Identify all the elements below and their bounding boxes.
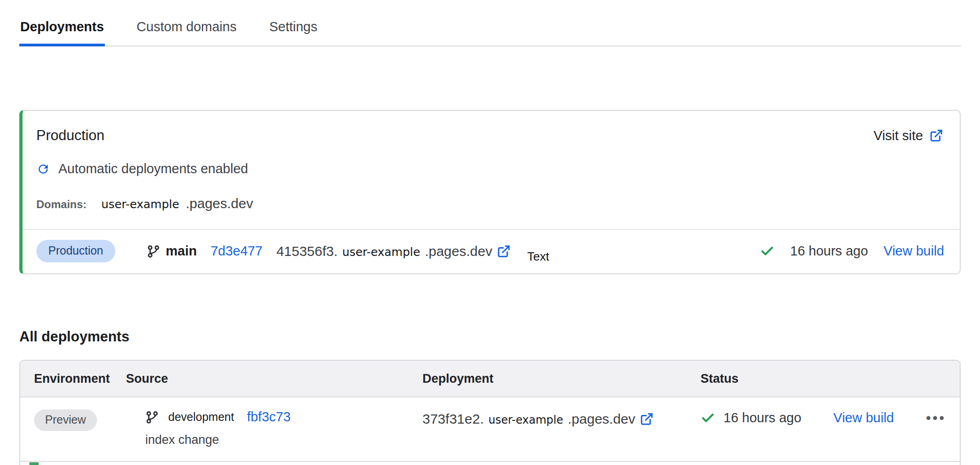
branch-name: development: [168, 410, 234, 424]
git-branch-icon: [145, 410, 159, 424]
source-cell: development fbf3c73 index change: [126, 409, 422, 447]
next-row-accent-bar: [29, 462, 39, 465]
branch-name: main: [166, 244, 197, 259]
deployment-time: 16 hours ago: [790, 244, 868, 259]
check-icon: [760, 244, 775, 259]
next-row-peek: [20, 462, 960, 465]
deployments-table: Environment Source Deployment Status Pre…: [19, 360, 961, 465]
column-header-environment: Environment: [34, 372, 126, 386]
check-icon: [701, 411, 715, 425]
view-build-link[interactable]: View build: [883, 244, 944, 259]
tab-settings[interactable]: Settings: [268, 12, 319, 45]
domain-name: user-example: [101, 198, 179, 211]
deployment-url-prefix: 415356f3.: [276, 244, 337, 259]
production-deployment-row: Production main 7d3e477 415356f3. user-e…: [23, 229, 960, 273]
view-build-link[interactable]: View build: [833, 410, 894, 425]
column-header-status: Status: [701, 372, 946, 386]
deployment-url-name: user-example: [488, 414, 563, 426]
environment-cell: Preview: [34, 409, 126, 431]
visit-site-link[interactable]: Visit site: [874, 128, 943, 143]
commit-message: index change: [145, 433, 422, 447]
environment-badge-preview: Preview: [34, 409, 97, 431]
tab-deployments[interactable]: Deployments: [19, 12, 105, 46]
commit-link[interactable]: 7d3e477: [211, 244, 262, 259]
all-deployments-title: All deployments: [19, 329, 980, 345]
deployment-url: 415356f3. user-example .pages.dev: [276, 244, 511, 259]
tab-custom-domains[interactable]: Custom domains: [136, 12, 238, 45]
external-link-icon[interactable]: [640, 412, 654, 426]
domains-label: Domains:: [36, 198, 86, 211]
table-row: Preview development fbf3c73 index change: [20, 397, 960, 462]
deployment-time: 16 hours ago: [724, 410, 801, 425]
tab-bar: Deployments Custom domains Settings: [19, 0, 961, 46]
production-card: Production Visit site Automatic deployme…: [19, 110, 961, 274]
refresh-icon: [36, 162, 50, 176]
production-card-title: Production: [36, 127, 104, 144]
external-link-icon: [929, 129, 943, 142]
deployment-url-suffix: .pages.dev: [568, 411, 635, 427]
status-cell: 16 hours ago View build •••: [701, 409, 946, 425]
column-header-deployment: Deployment: [422, 372, 701, 386]
deployment-cell: 373f31e2. user-example .pages.dev: [422, 409, 701, 427]
note-text: Text: [527, 250, 549, 264]
deployment-url-prefix: 373f31e2.: [422, 411, 484, 427]
deployment-url-name: user-example: [342, 245, 421, 259]
more-options-icon[interactable]: •••: [926, 411, 946, 425]
auto-deployments-text: Automatic deployments enabled: [58, 161, 248, 176]
visit-site-label: Visit site: [874, 128, 923, 143]
table-header-row: Environment Source Deployment Status: [20, 361, 960, 397]
domain-suffix: .pages.dev: [186, 196, 253, 211]
environment-badge-production: Production: [36, 240, 115, 262]
column-header-source: Source: [126, 372, 422, 386]
git-branch-icon: [147, 244, 160, 258]
deployment-url-suffix: .pages.dev: [425, 244, 492, 259]
commit-link[interactable]: fbf3c73: [247, 409, 291, 425]
external-link-icon[interactable]: [497, 244, 511, 258]
